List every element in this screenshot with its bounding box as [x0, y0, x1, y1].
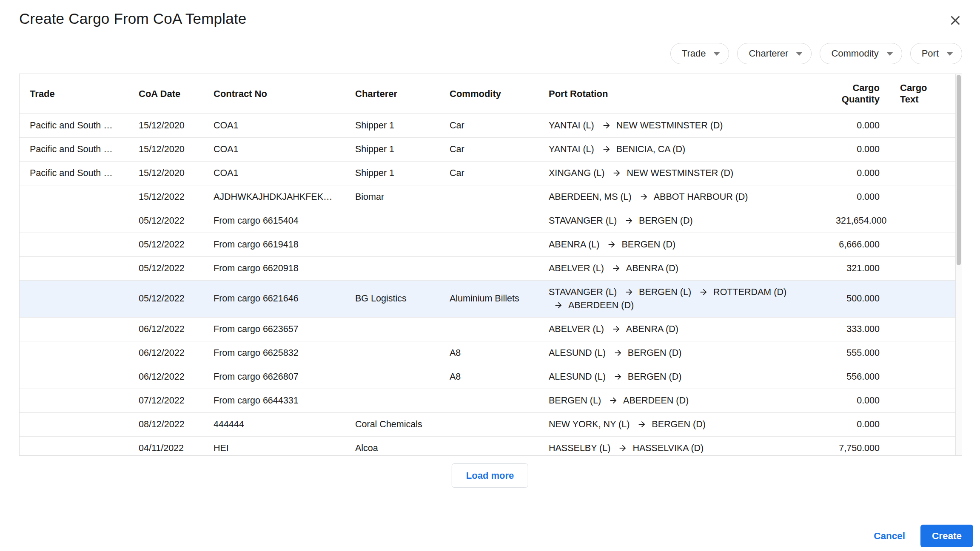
table-row[interactable]: Pacific and South …15/12/2020COA1Shipper… — [20, 114, 955, 137]
table-row[interactable]: 04/11/2022HEIAlcoaHASSELBY (L) HASSELVIK… — [20, 436, 955, 456]
filter-port[interactable]: Port — [910, 43, 962, 64]
cell-cargo-text — [890, 233, 955, 256]
dropdown-arrow-icon — [946, 52, 953, 56]
cell-cargo-quantity: 6,666.000 — [826, 233, 890, 256]
table-row[interactable]: 05/12/2022From cargo 6615404STAVANGER (L… — [20, 209, 955, 233]
cell-charterer — [345, 365, 439, 389]
cell-charterer: Alcoa — [345, 436, 439, 456]
port-name: ABENRA (L) — [549, 239, 599, 250]
table-header-row: TradeCoA DateContract NoChartererCommodi… — [20, 74, 955, 114]
port-name: BERGEN (L) — [639, 287, 691, 297]
scrollbar-thumb[interactable] — [957, 75, 961, 265]
port-name: ALESUND (L) — [549, 372, 606, 382]
cell-cargo-quantity: 0.000 — [826, 161, 890, 185]
close-icon — [948, 13, 963, 28]
cell-cargo-text — [890, 209, 955, 233]
cell-port-rotation: XINGANG (L) NEW WESTMINSTER (D) — [538, 161, 826, 185]
cell-commodity: A8 — [439, 365, 538, 389]
cell-cargo-quantity: 7,750.000 — [826, 436, 890, 456]
table-row[interactable]: 06/12/2022From cargo 6623657ABELVER (L) … — [20, 317, 955, 341]
cell-port-rotation: NEW YORK, NY (L) BERGEN (D) — [538, 412, 826, 436]
cell-contract-no: From cargo 6615404 — [203, 209, 345, 233]
port-name: HASSELVIKA (D) — [632, 443, 704, 453]
cell-coa-date: 05/12/2022 — [128, 209, 203, 233]
cell-trade — [20, 412, 128, 436]
table-row[interactable]: 05/12/2022From cargo 6619418ABENRA (L) B… — [20, 233, 955, 256]
cell-port-rotation: ABERDEEN, MS (L) ABBOT HARBOUR (D) — [538, 185, 826, 209]
table-row[interactable]: Pacific and South …15/12/2020COA1Shipper… — [20, 137, 955, 161]
table-row[interactable]: Pacific and South …15/12/2020COA1Shipper… — [20, 161, 955, 185]
port-segment: ABENRA (D) — [607, 324, 678, 334]
filter-charterer[interactable]: Charterer — [737, 43, 812, 64]
port-segment: BENICIA, CA (D) — [597, 144, 685, 154]
port-segment: BERGEN (L) — [619, 287, 691, 297]
port-name: BERGEN (D) — [639, 216, 693, 226]
cell-cargo-text — [890, 256, 955, 280]
cell-trade — [20, 233, 128, 256]
table-row[interactable]: 15/12/2022AJDHWKAJHDKJAHKFEK…BiomarABERD… — [20, 185, 955, 209]
cell-commodity — [439, 209, 538, 233]
cell-contract-no: COA1 — [203, 114, 345, 137]
table-row[interactable]: 06/12/2022From cargo 6626807A8ALESUND (L… — [20, 365, 955, 389]
table-scrollbar[interactable] — [955, 74, 962, 455]
cell-trade — [20, 436, 128, 456]
arrow-right-icon — [624, 287, 634, 297]
arrow-right-icon — [624, 216, 634, 225]
port-name: ABELVER (L) — [549, 324, 604, 334]
table-row[interactable]: 05/12/2022From cargo 6620918ABELVER (L) … — [20, 256, 955, 280]
cell-contract-no: AJDHWKAJHDKJAHKFEK… — [203, 185, 345, 209]
port-segment: HASSELVIKA (D) — [613, 443, 704, 453]
cell-charterer: BG Logistics — [345, 280, 439, 317]
load-more-button[interactable]: Load more — [452, 463, 528, 488]
cell-commodity: Car — [439, 161, 538, 185]
cell-cargo-quantity: 556.000 — [826, 365, 890, 389]
filter-commodity-label: Commodity — [831, 48, 878, 59]
cell-contract-no: From cargo 6621646 — [203, 280, 345, 317]
cell-coa-date: 15/12/2020 — [128, 137, 203, 161]
column-header-port-rotation: Port Rotation — [538, 74, 826, 114]
cell-trade — [20, 341, 128, 365]
cell-commodity — [439, 185, 538, 209]
arrow-right-icon — [607, 240, 616, 249]
arrow-right-icon — [612, 168, 621, 178]
port-name: ABERDEEN (D) — [623, 395, 689, 406]
cell-coa-date: 06/12/2022 — [128, 341, 203, 365]
dialog-title: Create Cargo From CoA Template — [19, 10, 246, 27]
cell-coa-date: 06/12/2022 — [128, 365, 203, 389]
port-name: BERGEN (L) — [549, 395, 601, 406]
port-segment: ROTTERDAM (D) — [694, 287, 786, 297]
cell-contract-no: From cargo 6623657 — [203, 317, 345, 341]
filter-charterer-label: Charterer — [749, 48, 788, 59]
cell-cargo-text — [890, 137, 955, 161]
table-row[interactable]: 07/12/2022From cargo 6644331BERGEN (L) A… — [20, 389, 955, 412]
column-header-commodity: Commodity — [439, 74, 538, 114]
cell-commodity: Car — [439, 137, 538, 161]
cancel-button[interactable]: Cancel — [874, 525, 905, 547]
cell-commodity — [439, 233, 538, 256]
cell-charterer — [345, 233, 439, 256]
close-button[interactable] — [946, 11, 965, 30]
port-name: NEW WESTMINSTER (D) — [616, 120, 723, 131]
cell-commodity — [439, 256, 538, 280]
table-row[interactable]: 05/12/2022From cargo 6621646BG Logistics… — [20, 280, 955, 317]
filter-trade[interactable]: Trade — [670, 43, 729, 64]
cell-charterer: Biomar — [345, 185, 439, 209]
arrow-right-icon — [602, 121, 611, 130]
create-button[interactable]: Create — [920, 525, 973, 547]
filter-port-label: Port — [922, 48, 939, 59]
cell-commodity — [439, 436, 538, 456]
table-row[interactable]: 06/12/2022From cargo 6625832A8ALESUND (L… — [20, 341, 955, 365]
port-name: ABERDEEN, MS (L) — [549, 192, 632, 202]
table-row[interactable]: 08/12/2022444444Coral ChemicalsNEW YORK,… — [20, 412, 955, 436]
cell-contract-no: From cargo 6619418 — [203, 233, 345, 256]
port-segment: ABBOT HARBOUR (D) — [634, 192, 748, 202]
dropdown-arrow-icon — [886, 52, 893, 56]
port-name: STAVANGER (L) — [549, 216, 617, 226]
cell-cargo-text — [890, 317, 955, 341]
filter-commodity[interactable]: Commodity — [820, 43, 902, 64]
arrow-right-icon — [554, 301, 563, 310]
cell-trade — [20, 209, 128, 233]
cell-port-rotation: ABELVER (L) ABENRA (D) — [538, 317, 826, 341]
column-header-cargo-quantity: Cargo Quantity — [826, 74, 890, 114]
cell-cargo-text — [890, 341, 955, 365]
